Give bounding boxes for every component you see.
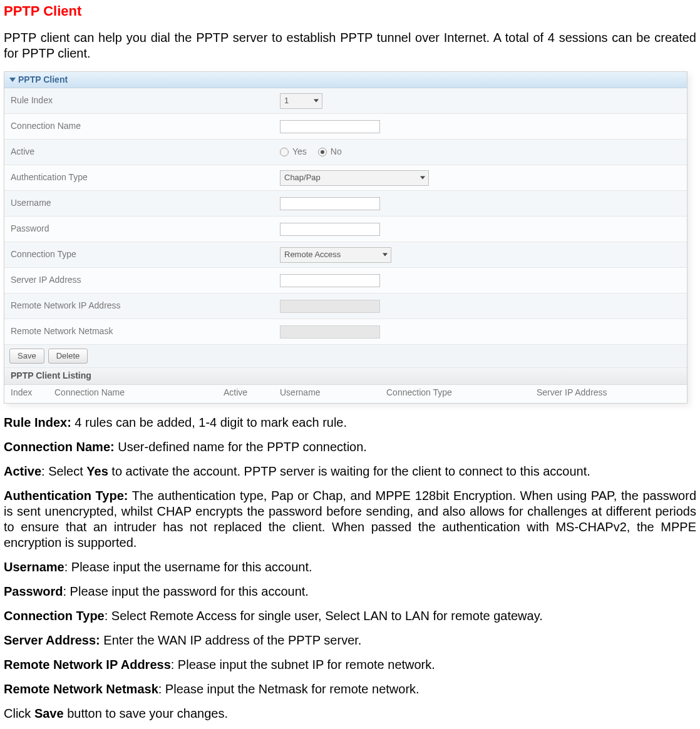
row-password: Password — [4, 217, 687, 242]
desc-auth-type: Authentication Type: The authentication … — [4, 488, 696, 551]
row-auth-type: Authentication Type Chap/Pap — [4, 165, 687, 191]
desc-password: Password: Please input the password for … — [4, 584, 696, 599]
label-password: Password — [11, 223, 280, 235]
b-ctype: Connection Type — [4, 609, 105, 623]
col-active: Active — [224, 387, 280, 399]
row-conn-type: Connection Type Remote Access — [4, 242, 687, 268]
active-no-label: No — [331, 146, 342, 158]
b-save: Save — [34, 706, 64, 720]
label-conn-type: Connection Type — [11, 249, 280, 260]
b-rnnm: Remote Network Netmask — [4, 682, 158, 696]
remote-ip-input[interactable] — [280, 300, 380, 313]
label-remote-netmask: Remote Network Netmask — [11, 326, 280, 337]
col-username: Username — [280, 387, 386, 399]
b-active: Active — [4, 464, 41, 478]
b-rnip: Remote Network IP Address — [4, 658, 171, 671]
b-rule-index: Rule Index: — [4, 415, 71, 429]
t-ctype: : Select Remote Access for single user, … — [105, 609, 543, 623]
b-saddr: Server Address: — [4, 633, 100, 647]
save-button[interactable]: Save — [9, 349, 44, 364]
t-rule-index: 4 rules can be added, 1-4 digit to mark … — [71, 415, 347, 429]
desc-remote-network-netmask: Remote Network Netmask: Please input the… — [4, 681, 696, 697]
rule-index-value: 1 — [284, 96, 289, 106]
t-save-2: button to save your changes. — [64, 706, 228, 720]
col-conn-name: Connection Name — [54, 387, 224, 399]
desc-remote-network-ip: Remote Network IP Address: Please input … — [4, 657, 696, 673]
t-active-1: : Select — [41, 464, 86, 478]
col-index: Index — [11, 387, 54, 399]
server-ip-input[interactable] — [280, 274, 380, 287]
active-yes-radio[interactable] — [280, 148, 289, 156]
label-username: Username — [11, 198, 280, 209]
auth-type-select[interactable]: Chap/Pap — [280, 170, 429, 186]
t-rnip: : Please input the subnet IP for remote … — [171, 658, 435, 671]
chevron-down-icon — [314, 99, 319, 103]
col-conn-type: Connection Type — [386, 387, 537, 399]
listing-columns: Index Connection Name Active Username Co… — [4, 385, 687, 404]
chevron-down-icon — [420, 176, 425, 180]
t-rnnm: : Please input the Netmask for remote ne… — [158, 682, 419, 696]
conn-type-select[interactable]: Remote Access — [280, 247, 391, 263]
desc-username: Username: Please input the username for … — [4, 559, 696, 575]
t-pass: : Please input the password for this acc… — [63, 584, 308, 598]
panel-header[interactable]: PPTP Client — [4, 72, 687, 89]
delete-button[interactable]: Delete — [48, 349, 88, 364]
active-yes-label: Yes — [292, 146, 307, 158]
button-row: Save Delete — [4, 345, 687, 368]
b-conn-name: Connection Name: — [4, 440, 115, 454]
row-remote-ip: Remote Network IP Address — [4, 293, 687, 319]
row-username: Username — [4, 191, 687, 217]
desc-connection-name: Connection Name: User-defined name for t… — [4, 439, 696, 455]
label-rule-index: Rule Index — [11, 95, 280, 106]
b-auth: Authentication Type: — [4, 489, 128, 502]
chevron-down-icon — [383, 253, 388, 257]
conn-type-value: Remote Access — [284, 250, 341, 260]
b-pass: Password — [4, 584, 63, 598]
panel-title: PPTP Client — [18, 74, 68, 86]
desc-server-address: Server Address: Enter the WAN IP address… — [4, 633, 696, 648]
desc-connection-type: Connection Type: Select Remote Access fo… — [4, 608, 696, 624]
desc-active: Active: Select Yes to activate the accou… — [4, 464, 696, 479]
row-remote-netmask: Remote Network Netmask — [4, 319, 687, 345]
label-remote-ip: Remote Network IP Address — [11, 300, 280, 312]
b-active-yes: Yes — [86, 464, 108, 478]
desc-save: Click Save button to save your changes. — [4, 706, 696, 721]
rule-index-select[interactable]: 1 — [280, 93, 322, 109]
remote-netmask-input[interactable] — [280, 325, 380, 339]
row-connection-name: Connection Name — [4, 114, 687, 140]
active-no-radio[interactable] — [318, 148, 327, 156]
t-active-2: to activate the account. PPTP server is … — [108, 464, 590, 478]
row-server-ip: Server IP Address — [4, 268, 687, 293]
b-user: Username — [4, 560, 64, 574]
t-save-1: Click — [4, 706, 34, 720]
row-rule-index: Rule Index 1 — [4, 88, 687, 114]
label-auth-type: Authentication Type — [11, 172, 280, 183]
listing-title: PPTP Client Listing — [4, 368, 687, 385]
t-user: : Please input the username for this acc… — [64, 560, 312, 574]
intro-paragraph: PPTP client can help you dial the PPTP s… — [4, 30, 696, 61]
row-active: Active Yes No — [4, 140, 687, 165]
username-input[interactable] — [280, 197, 380, 210]
t-conn-name: User-defined name for the PPTP connectio… — [115, 440, 367, 454]
desc-rule-index: Rule Index: 4 rules can be added, 1-4 di… — [4, 415, 696, 431]
label-active: Active — [11, 146, 280, 158]
label-server-ip: Server IP Address — [11, 275, 280, 286]
collapse-icon — [9, 78, 16, 82]
pptp-client-screenshot: PPTP Client Rule Index 1 Connection Name… — [4, 71, 687, 404]
col-server-ip: Server IP Address — [537, 387, 681, 399]
auth-type-value: Chap/Pap — [284, 173, 321, 183]
password-input[interactable] — [280, 223, 380, 236]
connection-name-input[interactable] — [280, 120, 380, 133]
page-title: PPTP Client — [4, 3, 696, 20]
t-saddr: Enter the WAN IP address of the PPTP ser… — [100, 633, 362, 647]
label-connection-name: Connection Name — [11, 121, 280, 132]
